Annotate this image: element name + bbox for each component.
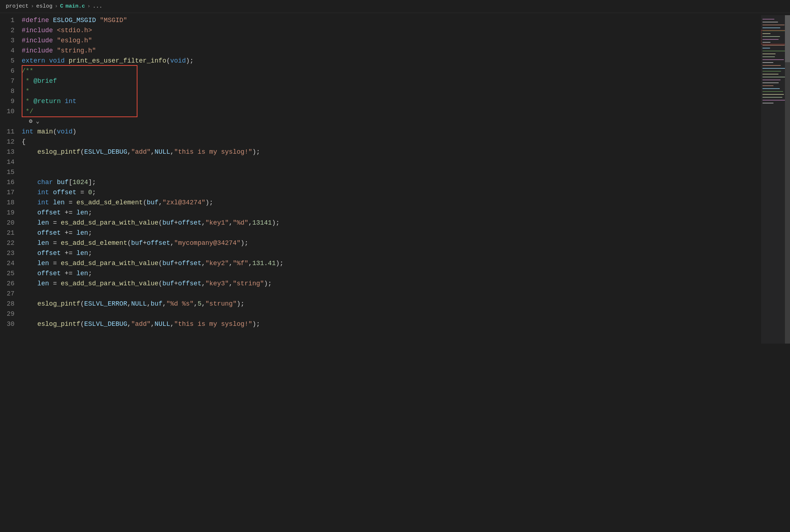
code-line-content-9: * @return int [22,96,80,106]
code-line-content-6: /** [22,66,37,76]
minimap [761,15,790,344]
line-number-21: 21 [0,228,22,238]
code-line-content-12: { [22,137,30,147]
breadcrumb-filetype-icon: C [60,2,63,10]
line-number-7: 7 [0,76,22,86]
line-number-25: 25 [0,268,22,278]
scrollbar-track[interactable] [785,15,790,344]
code-row-10: 10 */ [0,106,761,116]
code-line-content-24: len = es_add_sd_para_with_value(buf+offs… [22,258,288,268]
code-line-content-28: eslog_pintf(ESLVL_ERROR,NULL,buf,"%d %s"… [22,299,249,309]
line-number-24: 24 [0,258,22,268]
breadcrumb-project[interactable]: project [6,2,29,10]
breadcrumb-sep2: › [55,2,58,10]
code-row-9: 9 * @return int [0,96,761,106]
line-number-20: 20 [0,218,22,228]
code-line-content-17: int offset = 0; [22,187,100,197]
code-row-1: 1 #define ESLOG_MSGID "MSGID" [0,15,761,25]
line-number-30: 30 [0,319,22,329]
line-number-15: 15 [0,167,22,177]
code-row-6: 6 /** [0,66,761,76]
code-editor[interactable]: 1 #define ESLOG_MSGID "MSGID" 2 #include… [0,15,761,344]
code-line-content-26: len = es_add_sd_para_with_value(buf+offs… [22,278,276,289]
breadcrumb-filename[interactable]: main.c [65,2,85,10]
code-row-20: 20 len = es_add_sd_para_with_value(buf+o… [0,218,761,228]
code-line-content-20: len = es_add_sd_para_with_value(buf+offs… [22,218,284,228]
fold-icon[interactable]: ⚙︎ ⌄ [22,117,39,126]
code-line-content-14 [22,157,26,167]
code-line-content-25: offset += len; [22,268,96,278]
code-row-18: 18 int len = es_add_sd_element(buf,"zxl@… [0,197,761,208]
breadcrumb-sep3: › [87,2,90,10]
code-row-14: 14 [0,157,761,167]
code-line-content-22: len = es_add_sd_element(buf+offset,"myco… [22,238,252,248]
line-number-27: 27 [0,289,22,299]
code-line-content-11: int main(void) [22,127,80,137]
code-row-26: 26 len = es_add_sd_para_with_value(buf+o… [0,278,761,289]
code-line-content-19: offset += len; [22,208,96,218]
code-row-2: 2 #include <stdio.h> [0,25,761,35]
code-line-content-2: #include <stdio.h> [22,25,96,35]
code-row-27: 27 [0,289,761,299]
line-number-6: 6 [0,66,22,76]
editor-area: 1 #define ESLOG_MSGID "MSGID" 2 #include… [0,13,790,344]
line-number-10: 10 [0,106,22,116]
line-number-14: 14 [0,157,22,167]
code-row-5: 5 extern void print_es_user_filter_info(… [0,56,761,66]
code-line-content-1: #define ESLOG_MSGID "MSGID" [22,15,131,25]
code-row-16: 16 char buf[1024]; [0,177,761,187]
code-line-content-7: * @brief [22,76,61,86]
line-number-11: 11 [0,127,22,137]
code-line-content-23: offset += len; [22,248,96,258]
code-line-content-8: * [22,86,33,96]
code-line-content-30: eslog_pintf(ESLVL_DEBUG,"add",NULL,"this… [22,319,264,329]
breadcrumb-bar: project › eslog › C main.c › ... [0,0,790,13]
code-line-content-27 [22,289,26,299]
breadcrumb-eslog[interactable]: eslog [36,2,52,10]
line-number-18: 18 [0,197,22,208]
code-line-content-18: int len = es_add_sd_element(buf,"zxl@342… [22,197,217,208]
code-row-23: 23 offset += len; [0,248,761,258]
code-line-content-15 [22,167,26,177]
breadcrumb-sep1: › [31,2,34,10]
code-row-28: 28 eslog_pintf(ESLVL_ERROR,NULL,buf,"%d … [0,299,761,309]
code-row-19: 19 offset += len; [0,208,761,218]
line-number-29: 29 [0,309,22,319]
line-number-28: 28 [0,299,22,309]
code-row-25: 25 offset += len; [0,268,761,278]
line-number-13: 13 [0,147,22,157]
line-number-12: 12 [0,137,22,147]
code-line-content-4: #include "string.h" [22,46,100,56]
code-row-22: 22 len = es_add_sd_element(buf+offset,"m… [0,238,761,248]
scrollbar-thumb[interactable] [785,15,790,62]
line-number-22: 22 [0,238,22,248]
code-row-21: 21 offset += len; [0,228,761,238]
line-number-5: 5 [0,56,22,66]
code-line-content-13: eslog_pintf(ESLVL_DEBUG,"add",NULL,"this… [22,147,264,157]
fold-action-row[interactable]: ⚙︎ ⌄ [0,116,761,127]
line-number-8: 8 [0,86,22,96]
code-row-30: 30 eslog_pintf(ESLVL_DEBUG,"add",NULL,"t… [0,319,761,329]
line-number-16: 16 [0,177,22,187]
line-number-1: 1 [0,15,22,25]
code-row-17: 17 int offset = 0; [0,187,761,197]
code-line-content-10: */ [22,106,37,116]
code-row-29: 29 [0,309,761,319]
line-number-3: 3 [0,35,22,46]
line-number-19: 19 [0,208,22,218]
breadcrumb-ellipsis: ... [93,2,102,10]
code-row-8: 8 * [0,86,761,96]
code-row-12: 12 { [0,137,761,147]
code-row-24: 24 len = es_add_sd_para_with_value(buf+o… [0,258,761,268]
code-row-3: 3 #include "eslog.h" [0,35,761,46]
code-row-7: 7 * @brief [0,76,761,86]
line-number-17: 17 [0,187,22,197]
code-row-13: 13 eslog_pintf(ESLVL_DEBUG,"add",NULL,"t… [0,147,761,157]
line-number-9: 9 [0,96,22,106]
line-number-4: 4 [0,46,22,56]
code-row-15: 15 [0,167,761,177]
line-number-2: 2 [0,25,22,35]
code-row-11: 11 int main(void) [0,127,761,137]
code-line-content-21: offset += len; [22,228,96,238]
code-line-content-5: extern void print_es_user_filter_info(vo… [22,56,198,66]
